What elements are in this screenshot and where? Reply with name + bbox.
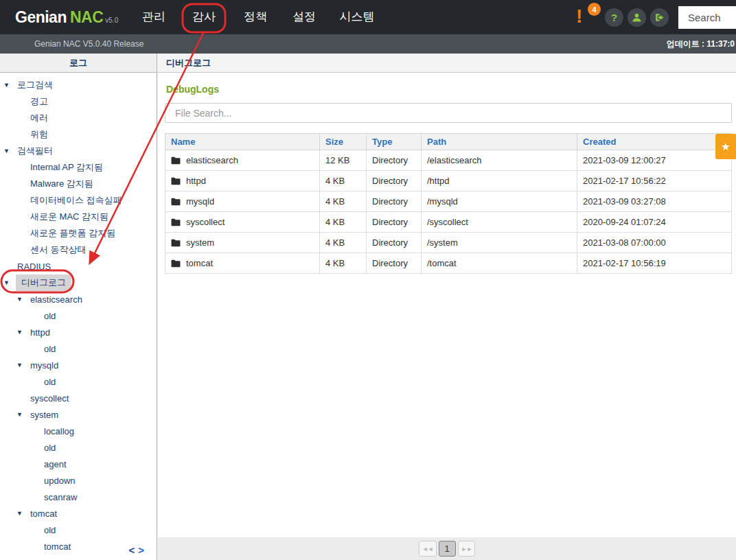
tree-item[interactable]: scanraw (0, 489, 157, 505)
folder-icon (171, 156, 181, 165)
cell-type: Directory (367, 253, 422, 274)
table-row[interactable]: syscollect4 KBDirectory/syscollect2020-0… (165, 212, 732, 233)
table-row[interactable]: mysqld4 KBDirectory/mysqld2021-03-09 03:… (165, 191, 732, 212)
caret-down-icon[interactable]: ▼ (16, 296, 29, 303)
tree-item-label: mysqld (29, 359, 60, 372)
help-button[interactable]: ? (605, 8, 623, 27)
nav-item-management[interactable]: 관리 (135, 0, 173, 34)
folder-icon (171, 259, 181, 268)
tree-item-label: 데이터베이스 접속실패 (29, 193, 124, 208)
tree-item[interactable]: ▼system (0, 406, 157, 423)
tree-item[interactable]: 새로운 MAC 감지됨 (0, 209, 157, 225)
table-row[interactable]: system4 KBDirectory/system2021-03-08 07:… (165, 233, 732, 253)
tree-item[interactable]: Malware 감지됨 (0, 176, 157, 192)
tree-item-label: system (29, 408, 60, 421)
column-header-name[interactable]: Name (165, 134, 320, 150)
tree-item[interactable]: updown (0, 472, 157, 489)
cell-path: /syscollect (422, 212, 577, 233)
cell-created: 2021-03-09 12:00:27 (577, 150, 732, 171)
caret-down-icon[interactable]: ▼ (16, 510, 29, 517)
global-search-input[interactable] (678, 6, 736, 29)
table-row[interactable]: httpd4 KBDirectory/httpd2021-02-17 10:56… (165, 171, 732, 191)
tree-item[interactable]: 에러 (0, 110, 157, 126)
column-header-size[interactable]: Size (320, 134, 367, 150)
account-button[interactable] (628, 8, 646, 27)
file-name: httpd (186, 176, 206, 186)
sidebar-title: 로그 (0, 54, 157, 73)
tree-item[interactable]: 새로운 플랫폼 감지됨 (0, 225, 157, 242)
release-bar: Genian NAC V5.0.40 Release 업데이트 : 11:37:… (0, 34, 736, 54)
file-name: elasticsearch (186, 155, 238, 165)
column-header-created[interactable]: Created (577, 134, 732, 150)
cell-size: 4 KB (320, 233, 367, 253)
tree-item[interactable]: RADIUS (0, 258, 157, 275)
tree-item[interactable]: 경고 (0, 93, 157, 110)
tree-item[interactable]: ▼elasticsearch (0, 291, 157, 307)
caret-down-icon[interactable]: ▼ (3, 148, 16, 154)
folder-icon (171, 198, 181, 206)
brand-logo-part2: NAC (70, 8, 103, 26)
nav-item-system[interactable]: 시스템 (334, 0, 380, 34)
tree-item[interactable]: old (0, 522, 157, 538)
tree-item[interactable]: old (0, 307, 157, 324)
caret-down-icon[interactable]: ▼ (16, 329, 29, 336)
pagination-current-page[interactable]: 1 (439, 541, 456, 557)
cell-path: /system (422, 233, 577, 253)
tree-item-label: 로그검색 (16, 78, 54, 93)
alerts-button[interactable]: ! 4 (573, 4, 597, 30)
collapse-left-icon[interactable]: < (128, 544, 135, 556)
tree-item[interactable]: ▼tomcat (0, 505, 157, 522)
tree-item[interactable]: Internal AP 감지됨 (0, 159, 157, 176)
pagination: ◄◄ 1 ►► (158, 537, 736, 560)
column-header-path[interactable]: Path (422, 134, 577, 150)
cell-created: 2021-02-17 10:56:19 (577, 253, 732, 274)
caret-down-icon[interactable]: ▼ (16, 362, 29, 369)
favorite-star-badge[interactable]: ★ (715, 134, 736, 159)
pagination-prev-button[interactable]: ◄◄ (419, 541, 437, 557)
tree-item-label: old (43, 375, 57, 388)
tree-item-label: old (43, 342, 57, 355)
caret-down-icon[interactable]: ▼ (3, 82, 16, 89)
update-time-label: 업데이트 : 11:37:0 (667, 34, 735, 54)
tree-item-label: syscollect (29, 392, 70, 405)
column-header-type[interactable]: Type (367, 134, 422, 150)
tree-item[interactable]: ▼로그검색 (0, 77, 157, 93)
tree-item-label: 새로운 MAC 감지됨 (29, 209, 110, 224)
caret-down-icon[interactable]: ▼ (16, 411, 29, 418)
cell-name: syscollect (165, 212, 320, 233)
caret-down-icon[interactable]: ▼ (3, 279, 16, 286)
pagination-next-button[interactable]: ►► (458, 541, 476, 557)
table-row[interactable]: tomcat4 KBDirectory/tomcat2021-02-17 10:… (165, 253, 732, 274)
nav-item-preferences[interactable]: 설정 (285, 0, 323, 34)
brand-version: v5.0 (105, 16, 118, 24)
tree-item[interactable]: ▼검색필터 (0, 143, 157, 159)
tree-item[interactable]: old (0, 439, 157, 456)
user-icon (632, 12, 642, 23)
tree-item[interactable]: agent (0, 456, 157, 472)
alert-icon: ! (576, 5, 582, 27)
table-row[interactable]: elasticsearch12 KBDirectory/elasticsearc… (165, 150, 732, 171)
tree-item[interactable]: old (0, 340, 157, 357)
cell-size: 12 KB (320, 150, 367, 171)
nav-item-audit[interactable]: 감사 (185, 0, 223, 34)
cell-name: system (165, 233, 320, 253)
tree-item[interactable]: ▼디버그로그 (0, 275, 157, 291)
cell-name: tomcat (165, 253, 320, 274)
nav-item-policy[interactable]: 정책 (236, 0, 275, 34)
logout-button[interactable] (650, 8, 669, 27)
folder-icon (171, 177, 181, 185)
tree-item[interactable]: 위험 (0, 126, 157, 143)
tree-item[interactable]: 데이터베이스 접속실패 (0, 192, 157, 209)
tree-item[interactable]: 센서 동작상태 (0, 242, 157, 258)
brand-logo[interactable]: GenianNACv5.0 (15, 0, 118, 34)
tree-item[interactable]: locallog (0, 423, 157, 439)
tree-item[interactable]: old (0, 373, 157, 390)
cell-path: /tomcat (422, 253, 577, 274)
cell-type: Directory (367, 150, 422, 171)
tree-item[interactable]: ▼httpd (0, 324, 157, 340)
tree-item[interactable]: syscollect (0, 390, 157, 406)
collapse-right-icon[interactable]: > (138, 544, 144, 556)
file-name: tomcat (186, 258, 213, 268)
file-search-input[interactable] (165, 103, 732, 123)
tree-item[interactable]: ▼mysqld (0, 357, 157, 373)
